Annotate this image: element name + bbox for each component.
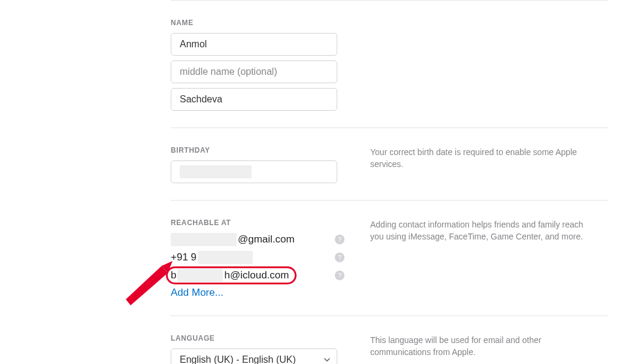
birthday-label: BIRTHDAY bbox=[171, 146, 353, 154]
birthday-input[interactable] bbox=[171, 160, 337, 183]
gmail-suffix: @gmail.com bbox=[238, 233, 295, 245]
contact-icloud-row: b h@icloud.com ? bbox=[171, 269, 344, 282]
icloud-suffix: h@icloud.com bbox=[224, 269, 289, 281]
icloud-prefix: b bbox=[171, 269, 176, 281]
last-name-input[interactable] bbox=[171, 88, 337, 111]
contact-gmail-row: @gmail.com ? bbox=[171, 233, 344, 246]
first-name-input[interactable] bbox=[171, 33, 337, 56]
gmail-redacted bbox=[171, 233, 237, 246]
help-icon[interactable]: ? bbox=[335, 253, 344, 262]
help-icon[interactable]: ? bbox=[335, 271, 344, 280]
add-more-link[interactable]: Add More... bbox=[171, 287, 353, 299]
language-select[interactable]: English (UK) - English (UK) bbox=[171, 348, 337, 364]
name-label: NAME bbox=[171, 19, 353, 27]
help-icon[interactable]: ? bbox=[335, 235, 344, 244]
reachable-label: REACHABLE AT bbox=[171, 219, 353, 227]
language-help-text: This language will be used for email and… bbox=[370, 335, 542, 357]
name-section: NAME bbox=[171, 0, 608, 128]
icloud-redacted bbox=[177, 269, 223, 282]
middle-name-input[interactable] bbox=[171, 60, 337, 83]
language-selected: English (UK) - English (UK) bbox=[180, 354, 296, 364]
birthday-help-text: Your correct birth date is required to e… bbox=[370, 147, 577, 169]
reachable-section: REACHABLE AT @gmail.com ? +91 9 ? b bbox=[171, 200, 608, 316]
language-section: LANGUAGE English (UK) - English (UK) Thi… bbox=[171, 316, 608, 364]
contact-phone-row: +91 9 ? bbox=[171, 251, 344, 264]
birthday-section: BIRTHDAY Your correct birth date is requ… bbox=[171, 128, 608, 200]
language-label: LANGUAGE bbox=[171, 334, 353, 342]
reachable-help-text: Adding contact information helps friends… bbox=[370, 220, 583, 241]
birthday-value-redacted bbox=[180, 165, 252, 178]
phone-prefix: +91 9 bbox=[171, 251, 196, 263]
phone-redacted bbox=[198, 251, 253, 264]
